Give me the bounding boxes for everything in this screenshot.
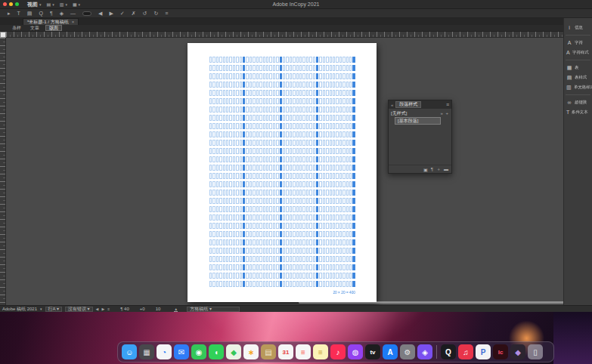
new-style-icon[interactable]: ＋ bbox=[436, 166, 441, 173]
grid-cell bbox=[273, 273, 275, 279]
panel-character-styles[interactable]: A字符样式 bbox=[564, 48, 592, 57]
view-menu[interactable]: 视图▾ bbox=[27, 1, 42, 8]
dock-app-launchpad[interactable]: ▦ bbox=[139, 344, 154, 359]
dock-app-calendar[interactable]: 31 bbox=[278, 344, 293, 359]
title-bar: 视图▾▤▾▥▾▦▾ Adobe InCopy 2021 bbox=[0, 0, 592, 9]
anchor-icon[interactable]: ◈ bbox=[60, 11, 64, 16]
note-tool-icon[interactable]: ▤ bbox=[27, 11, 33, 16]
grid-row bbox=[209, 256, 355, 262]
grid-cell bbox=[339, 264, 342, 270]
dock-app-finder[interactable]: ☺ bbox=[122, 344, 137, 359]
dock-app-incopy[interactable]: Ic bbox=[493, 344, 508, 359]
grid-cell bbox=[259, 231, 262, 237]
dock-app-notes[interactable]: ≡ bbox=[313, 344, 328, 359]
new-style-group-icon[interactable]: ▣ bbox=[423, 167, 428, 172]
tab-文章[interactable]: 文章 bbox=[27, 25, 42, 31]
grid-cell bbox=[240, 248, 242, 254]
grid-cell bbox=[216, 214, 219, 221]
collapse-panel-icon[interactable]: « bbox=[391, 103, 393, 107]
delete-style-icon[interactable]: ▬ bbox=[444, 167, 448, 171]
chevron-down-icon[interactable]: ▾ bbox=[40, 307, 42, 311]
grid-cell bbox=[223, 106, 225, 113]
horizontal-scrollbar[interactable] bbox=[299, 301, 582, 304]
previous-note-icon[interactable]: ◀ bbox=[98, 11, 102, 16]
close-window-button[interactable] bbox=[3, 2, 7, 6]
grid-cell bbox=[339, 123, 342, 129]
panel-tab[interactable]: 段落样式 bbox=[395, 101, 421, 108]
document-page[interactable]: 20 × 20 = 400 bbox=[188, 43, 377, 302]
dock-app-chat-app[interactable]: ◈ bbox=[417, 344, 432, 359]
dock-app-safari[interactable]: ◔ bbox=[157, 344, 172, 359]
horizontal-ruler[interactable] bbox=[6, 32, 563, 38]
toggle-pill[interactable] bbox=[82, 11, 91, 16]
selection-tool-icon[interactable]: ▸ bbox=[8, 11, 11, 16]
grid-cell bbox=[229, 264, 231, 270]
undo-icon[interactable]: ↺ bbox=[143, 11, 147, 16]
dock-app-facetime[interactable]: ◉ bbox=[191, 344, 206, 359]
grid-cell bbox=[283, 156, 285, 162]
style-row[interactable]: [基本段落] bbox=[395, 117, 441, 125]
panel-conditional-text[interactable]: T条件文本 bbox=[564, 107, 592, 117]
previous-page-icon[interactable]: ◀ bbox=[96, 307, 99, 311]
dock-app-messages[interactable]: ◖ bbox=[209, 344, 224, 359]
dock-app-app-store[interactable]: A bbox=[383, 344, 398, 359]
upload-icon[interactable]: ▲ bbox=[174, 307, 178, 312]
style-row[interactable]: [无样式]» + bbox=[389, 110, 451, 117]
accept-change-icon[interactable]: ✓ bbox=[120, 11, 125, 16]
next-note-icon[interactable]: ▶ bbox=[109, 11, 113, 16]
divider-icon[interactable]: — bbox=[70, 11, 76, 16]
grid-cell bbox=[336, 82, 338, 88]
dock-app-contacts[interactable]: ▤ bbox=[261, 344, 276, 359]
more-options-icon[interactable]: ≡ bbox=[165, 11, 168, 16]
layout-canvas[interactable]: 20 × 20 = 400 « 段落样式 ≡ [无样式]» +[基本段落] ▣¶… bbox=[6, 38, 563, 305]
dock-app-netease-music[interactable]: ♫ bbox=[458, 344, 473, 359]
screen-mode-button[interactable]: ▥▾ bbox=[60, 2, 67, 7]
panel-table-styles[interactable]: ▤表样式 bbox=[564, 72, 592, 82]
preflight-status[interactable]: 没有错误 ▾ bbox=[65, 307, 93, 312]
dock-app-trash[interactable]: ▯ bbox=[528, 344, 543, 359]
tab-条样[interactable]: 条样 bbox=[9, 25, 24, 31]
grid-cell bbox=[219, 98, 222, 104]
panel-character[interactable]: A字符 bbox=[564, 38, 592, 48]
status-menu-icon[interactable]: ≡ bbox=[107, 307, 110, 311]
zoom-window-button[interactable] bbox=[15, 2, 19, 6]
grid-cell bbox=[226, 65, 228, 71]
clear-overrides-icon[interactable]: ¶ bbox=[431, 167, 433, 171]
dock-app-reminders[interactable]: ≡ bbox=[296, 344, 311, 359]
reject-change-icon[interactable]: ✗ bbox=[132, 11, 136, 16]
zoom-tool-icon[interactable]: Q bbox=[39, 11, 42, 16]
dock-app-system-preferences[interactable]: ⚙ bbox=[400, 344, 415, 359]
redo-icon[interactable]: ↻ bbox=[153, 11, 158, 16]
line-indicator[interactable]: 行A ▾ bbox=[45, 307, 62, 312]
panel-info[interactable]: i信息 bbox=[564, 23, 592, 32]
ruler-origin-box[interactable] bbox=[0, 32, 6, 38]
dock-app-mail[interactable]: ✉ bbox=[174, 344, 189, 359]
dock-app-photos[interactable]: ∗ bbox=[243, 344, 259, 359]
panel-table[interactable]: ▦表 bbox=[564, 63, 592, 72]
grid-cell bbox=[342, 156, 345, 162]
grid-cell bbox=[336, 148, 338, 154]
panel-menu-icon[interactable]: ≡ bbox=[446, 102, 449, 107]
dock-app-dark-app[interactable]: ◆ bbox=[510, 344, 525, 359]
panel-cell-styles[interactable]: ▥单元格样式 bbox=[564, 82, 592, 92]
grid-cell bbox=[346, 165, 349, 171]
tab-版面[interactable]: 版面 bbox=[45, 25, 62, 31]
close-tab-icon[interactable]: × bbox=[72, 20, 75, 24]
type-tool-icon[interactable]: T bbox=[17, 11, 20, 16]
dock-app-white-app[interactable]: P bbox=[476, 344, 491, 359]
story-selector[interactable]: 方格稿纸 ▾ bbox=[187, 307, 240, 312]
view-options-button[interactable]: ▤▾ bbox=[47, 2, 54, 7]
minimize-window-button[interactable] bbox=[9, 2, 13, 6]
dock-app-maps[interactable]: ◆ bbox=[226, 344, 241, 359]
vertical-ruler[interactable] bbox=[0, 38, 6, 305]
grid-cell-solid bbox=[316, 281, 318, 287]
panel-hyperlinks[interactable]: ∞超链接 bbox=[564, 97, 592, 107]
dock-app-qq[interactable]: Q bbox=[441, 344, 456, 359]
arrange-documents-button[interactable]: ▦▾ bbox=[73, 2, 80, 7]
dock-app-podcasts[interactable]: ◍ bbox=[348, 344, 363, 359]
paragraph-icon[interactable]: ¶ bbox=[50, 11, 53, 16]
dock-app-apple-tv[interactable]: tv bbox=[365, 344, 380, 359]
next-page-icon[interactable]: ▶ bbox=[101, 307, 104, 311]
grid-cell bbox=[290, 214, 292, 221]
dock-app-music[interactable]: ♪ bbox=[330, 344, 346, 359]
